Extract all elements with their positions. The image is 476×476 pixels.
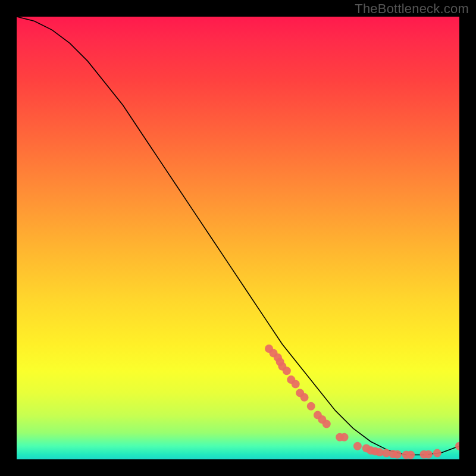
chart-marker bbox=[283, 367, 291, 375]
chart-marker bbox=[353, 442, 362, 450]
chart-marker bbox=[307, 402, 315, 411]
chart-curve bbox=[17, 17, 459, 455]
chart-marker bbox=[424, 450, 433, 459]
chart-marker bbox=[322, 419, 331, 428]
chart-markers bbox=[265, 345, 459, 459]
attribution-text: TheBottleneck.com bbox=[355, 1, 469, 17]
chart-marker bbox=[393, 450, 402, 459]
chart-svg bbox=[17, 17, 459, 459]
chart-marker bbox=[433, 449, 441, 458]
chart-marker bbox=[455, 442, 459, 450]
chart-marker bbox=[340, 433, 349, 441]
chart-marker bbox=[292, 380, 300, 389]
chart-marker bbox=[300, 393, 309, 402]
chart-area bbox=[17, 17, 459, 459]
chart-marker bbox=[406, 451, 415, 459]
